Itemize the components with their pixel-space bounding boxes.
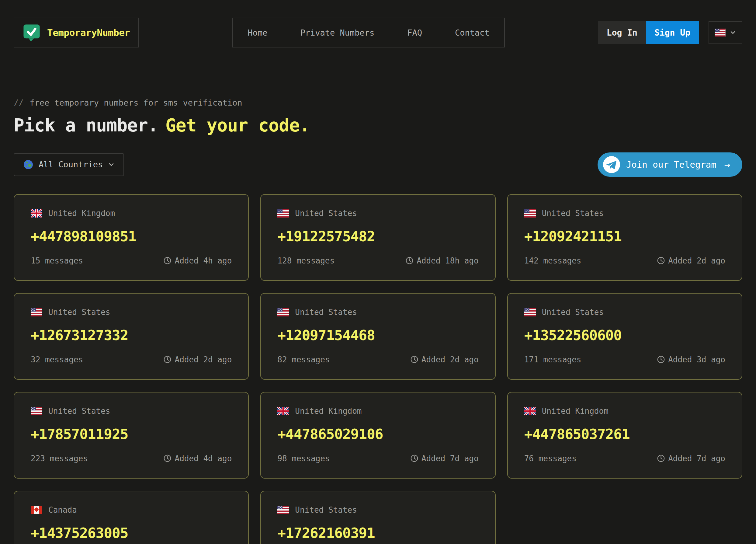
auth-area: Log In Sign Up (598, 21, 742, 44)
card-country: United Kingdom (48, 209, 115, 218)
uk-flag-icon (277, 407, 289, 415)
card-added-time: Added 4d ago (175, 454, 232, 463)
hero-eyebrow: //free temporary numbers for sms verific… (14, 98, 742, 107)
card-added-time: Added 2d ago (421, 355, 479, 364)
clock-icon (163, 355, 172, 364)
card-country: United States (295, 308, 357, 317)
clock-icon (657, 256, 665, 265)
clock-icon (657, 454, 665, 463)
eyebrow-text: free temporary numbers for sms verificat… (30, 98, 242, 107)
card-phone-number: +14375263005 (31, 525, 232, 541)
logo[interactable]: TemporaryNumber (14, 18, 139, 47)
card-message-count: 76 messages (524, 454, 577, 463)
number-card[interactable]: United Kingdom +447898109851 15 messages… (14, 194, 249, 281)
card-added-time: Added 18h ago (417, 256, 479, 265)
card-phone-number: +17857011925 (31, 426, 232, 442)
number-card[interactable]: United States +19122575482 128 messages … (260, 194, 495, 281)
card-added-time: Added 7d ago (421, 454, 479, 463)
card-country: United States (295, 505, 357, 515)
logo-text: TemporaryNumber (47, 27, 130, 38)
uk-flag-icon (524, 407, 536, 415)
us-flag-icon (524, 209, 536, 217)
card-country: United States (542, 209, 604, 218)
number-card[interactable]: United States +13522560600 171 messages … (507, 293, 742, 380)
arrow-right-icon: → (724, 159, 730, 170)
check-bubble-icon (23, 24, 40, 41)
telegram-icon (603, 156, 620, 173)
login-button[interactable]: Log In (598, 21, 646, 44)
card-added-time: Added 4h ago (175, 256, 232, 265)
card-message-count: 32 messages (31, 355, 83, 364)
clock-icon (410, 454, 418, 463)
title-primary: Pick a number. (14, 115, 158, 136)
language-switcher[interactable] (709, 21, 742, 44)
join-telegram-button[interactable]: Join our Telegram → (598, 152, 742, 177)
globe-icon (23, 159, 34, 170)
nav-item-faq[interactable]: FAQ (407, 28, 422, 37)
header: TemporaryNumber Home Private Numbers FAQ… (14, 18, 742, 47)
number-card[interactable]: United Kingdom +447865037261 76 messages… (507, 392, 742, 479)
country-filter-label: All Countries (39, 160, 103, 169)
us-flag-icon (524, 308, 536, 317)
clock-icon (163, 454, 172, 463)
clock-icon (163, 256, 172, 265)
card-message-count: 128 messages (277, 256, 335, 265)
card-phone-number: +12097154468 (277, 327, 478, 344)
eyebrow-slashes: // (14, 98, 24, 107)
chevron-down-icon (108, 161, 115, 168)
number-card[interactable]: United States +17262160391 (260, 491, 495, 544)
us-flag-icon (277, 308, 289, 317)
us-flag-icon (277, 209, 289, 217)
signup-button[interactable]: Sign Up (646, 21, 699, 44)
clock-icon (410, 355, 418, 364)
card-message-count: 98 messages (277, 454, 330, 463)
card-message-count: 142 messages (524, 256, 581, 265)
card-message-count: 171 messages (524, 355, 581, 364)
number-card[interactable]: United Kingdom +447865029106 98 messages… (260, 392, 495, 479)
card-phone-number: +13522560600 (524, 327, 725, 344)
main-nav: Home Private Numbers FAQ Contact (232, 18, 505, 47)
clock-icon (405, 256, 414, 265)
card-phone-number: +17262160391 (277, 525, 478, 541)
card-phone-number: +447898109851 (31, 228, 232, 244)
card-country: United States (295, 209, 357, 218)
canada-flag-icon (31, 506, 42, 514)
card-country: United States (48, 407, 110, 416)
numbers-grid: United Kingdom +447898109851 15 messages… (14, 194, 742, 544)
card-message-count: 15 messages (31, 256, 83, 265)
number-card[interactable]: United States +12673127332 32 messages A… (14, 293, 249, 380)
country-filter-dropdown[interactable]: All Countries (14, 153, 124, 176)
card-added-time: Added 2d ago (175, 355, 232, 364)
telegram-button-label: Join our Telegram (626, 159, 716, 170)
number-card[interactable]: Canada +14375263005 (14, 491, 249, 544)
hero-section: //free temporary numbers for sms verific… (14, 98, 742, 135)
card-country: Canada (48, 505, 77, 515)
card-phone-number: +447865037261 (524, 426, 725, 442)
card-country: United States (542, 308, 604, 317)
nav-item-contact[interactable]: Contact (455, 28, 490, 37)
us-flag-icon (715, 29, 726, 36)
number-card[interactable]: United States +17857011925 223 messages … (14, 392, 249, 479)
nav-item-private-numbers[interactable]: Private Numbers (300, 28, 374, 37)
us-flag-icon (31, 407, 42, 415)
number-card[interactable]: United States +12097154468 82 messages A… (260, 293, 495, 380)
uk-flag-icon (31, 209, 42, 217)
card-message-count: 223 messages (31, 454, 88, 463)
card-phone-number: +19122575482 (277, 228, 478, 244)
card-message-count: 82 messages (277, 355, 330, 364)
card-phone-number: +447865029106 (277, 426, 478, 442)
card-country: United States (48, 308, 110, 317)
title-accent: Get your code. (165, 115, 310, 136)
clock-icon (657, 355, 665, 364)
page-title: Pick a number.Get your code. (14, 116, 742, 135)
card-added-time: Added 7d ago (668, 454, 725, 463)
us-flag-icon (277, 506, 289, 514)
card-added-time: Added 3d ago (668, 355, 725, 364)
card-added-time: Added 2d ago (668, 256, 725, 265)
chevron-down-icon (729, 29, 737, 36)
filter-row: All Countries Join our Telegram → (14, 152, 742, 177)
card-country: United Kingdom (542, 407, 609, 416)
nav-item-home[interactable]: Home (248, 28, 267, 37)
card-country: United Kingdom (295, 407, 362, 416)
number-card[interactable]: United States +12092421151 142 messages … (507, 194, 742, 281)
